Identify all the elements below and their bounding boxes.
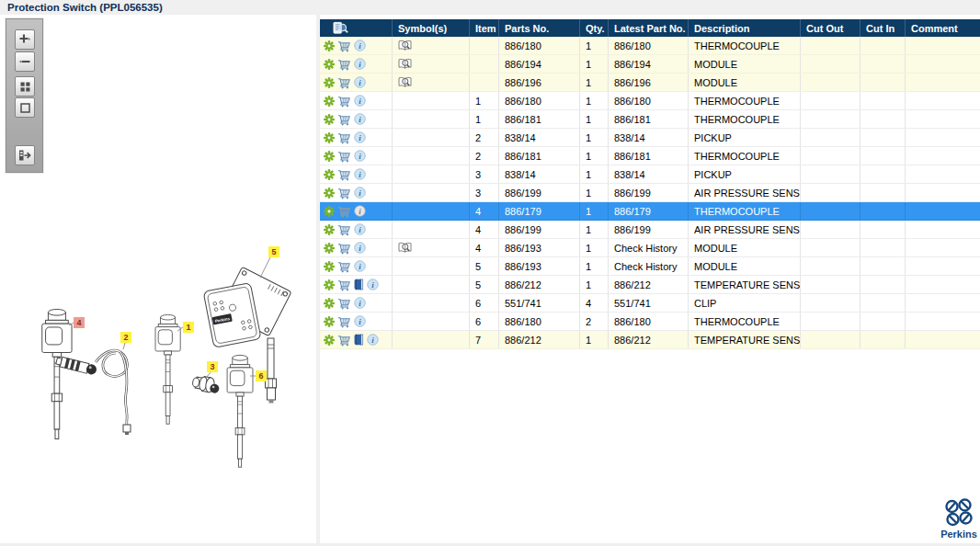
header-item[interactable]: Item xyxy=(470,19,499,37)
info-icon[interactable]: i xyxy=(354,297,366,309)
settings-gear-icon[interactable] xyxy=(324,96,335,107)
table-row[interactable]: i 5 886/193 1 Check History MODULE xyxy=(320,257,980,276)
settings-gear-icon[interactable] xyxy=(324,59,335,70)
part-thermocouple-4[interactable] xyxy=(42,309,72,438)
add-to-cart-icon[interactable] xyxy=(337,76,351,89)
diagram-item-label-6[interactable]: 6 xyxy=(256,370,267,381)
table-row[interactable]: i 6 886/180 2 886/180 THERMOCOUPLE xyxy=(320,313,980,331)
info-icon[interactable]: i xyxy=(367,334,379,346)
add-to-cart-icon[interactable] xyxy=(337,223,351,236)
diagram-item-label-2[interactable]: 2 xyxy=(120,332,131,343)
table-row[interactable]: i 2 886/181 1 886/181 THERMOCOUPLE xyxy=(320,147,980,165)
settings-gear-icon[interactable] xyxy=(324,316,335,327)
symbol-book-search-icon[interactable] xyxy=(398,76,412,88)
add-to-cart-icon[interactable] xyxy=(337,205,351,218)
zoom-in-button[interactable] xyxy=(15,29,35,50)
add-to-cart-icon[interactable] xyxy=(337,260,351,273)
info-icon[interactable]: i xyxy=(354,187,366,199)
table-row[interactable]: i 6 551/741 4 551/741 CLIP xyxy=(320,294,980,313)
info-icon[interactable]: i xyxy=(354,150,366,162)
info-icon[interactable]: i xyxy=(354,58,366,70)
info-icon[interactable]: i xyxy=(354,95,366,107)
info-icon[interactable]: i xyxy=(354,315,366,327)
info-icon[interactable]: i xyxy=(354,113,366,125)
diagram-item-label-1[interactable]: 1 xyxy=(183,322,194,333)
symbol-book-search-icon[interactable] xyxy=(398,58,412,70)
header-qty[interactable]: Qty. xyxy=(580,19,609,37)
settings-gear-icon[interactable] xyxy=(324,224,335,235)
add-to-cart-icon[interactable] xyxy=(337,297,351,310)
thumbnail-view-button[interactable] xyxy=(15,76,35,97)
diagram-item-label-4[interactable]: 4 xyxy=(74,317,85,328)
fit-view-button[interactable] xyxy=(15,97,35,118)
header-latest-part-no[interactable]: Latest Part No. xyxy=(609,19,689,37)
settings-gear-icon[interactable] xyxy=(324,40,335,51)
table-row[interactable]: i 886/196 1 886/196 MODULE xyxy=(320,74,980,92)
info-icon[interactable]: i xyxy=(354,76,366,88)
table-row[interactable]: i 7 886/212 1 886/212 TEMPERATURE SENSOR xyxy=(320,331,980,349)
settings-gear-icon[interactable] xyxy=(324,261,335,272)
table-row[interactable]: i 3 886/199 1 886/199 AIR PRESSURE SENSO… xyxy=(320,184,980,202)
exploded-parts-drawing[interactable]: Perkins 1 xyxy=(0,15,316,543)
add-to-cart-icon[interactable] xyxy=(337,131,351,144)
add-to-cart-icon[interactable] xyxy=(337,40,351,52)
settings-gear-icon[interactable] xyxy=(324,279,335,290)
settings-gear-icon[interactable] xyxy=(324,206,335,217)
info-icon[interactable]: i xyxy=(354,131,366,143)
diagram-item-label-3[interactable]: 3 xyxy=(207,361,218,372)
add-to-cart-icon[interactable] xyxy=(337,187,351,199)
header-cut-in[interactable]: Cut In xyxy=(860,19,906,37)
header-cut-out[interactable]: Cut Out xyxy=(801,19,860,37)
table-row[interactable]: i 4 886/199 1 886/199 AIR PRESSURE SENSO… xyxy=(320,221,980,239)
part-thermocouple-1[interactable] xyxy=(155,314,180,424)
panel-separator[interactable] xyxy=(316,15,320,546)
info-icon[interactable]: i xyxy=(354,205,366,217)
symbol-book-search-icon[interactable] xyxy=(398,40,412,51)
table-row[interactable]: i 886/180 1 886/180 THERMOCOUPLE xyxy=(320,37,980,55)
settings-gear-icon[interactable] xyxy=(324,132,335,143)
add-to-cart-icon[interactable] xyxy=(337,95,351,108)
settings-gear-icon[interactable] xyxy=(324,298,335,309)
catalog-book-icon[interactable] xyxy=(354,279,364,290)
header-parts-no[interactable]: Parts No. xyxy=(499,19,580,37)
settings-gear-icon[interactable] xyxy=(324,335,335,346)
add-to-cart-icon[interactable] xyxy=(337,150,351,163)
symbol-book-search-icon[interactable] xyxy=(398,242,412,254)
add-to-cart-icon[interactable] xyxy=(337,242,351,255)
table-row[interactable]: i 1 886/181 1 886/181 THERMOCOUPLE xyxy=(320,110,980,129)
part-pickup-2[interactable] xyxy=(55,350,131,435)
info-icon[interactable]: i xyxy=(354,223,366,235)
diagram-item-label-5[interactable]: 5 xyxy=(268,246,279,257)
header-description[interactable]: Description xyxy=(689,19,801,37)
table-row[interactable]: i 886/194 1 886/194 MODULE xyxy=(320,55,980,74)
header-symbols[interactable]: Symbol(s) xyxy=(393,19,470,37)
add-to-cart-icon[interactable] xyxy=(337,113,351,126)
table-row[interactable]: i 5 886/212 1 886/212 TEMPERATURE SENSOR xyxy=(320,276,980,294)
info-icon[interactable]: i xyxy=(367,279,379,290)
info-icon[interactable]: i xyxy=(354,40,366,51)
table-row[interactable]: i 3 838/14 1 838/14 PICKUP xyxy=(320,165,980,184)
info-icon[interactable]: i xyxy=(354,260,366,272)
add-to-cart-icon[interactable] xyxy=(337,58,351,71)
settings-gear-icon[interactable] xyxy=(324,169,335,180)
settings-gear-icon[interactable] xyxy=(324,77,335,88)
info-icon[interactable]: i xyxy=(354,242,366,254)
header-comment[interactable]: Comment xyxy=(906,19,980,37)
info-icon[interactable]: i xyxy=(354,168,366,180)
settings-gear-icon[interactable] xyxy=(324,243,335,254)
toggle-panel-button[interactable] xyxy=(15,145,35,165)
catalog-book-icon[interactable] xyxy=(354,334,364,346)
table-row[interactable]: i 4 886/179 1 886/179 THERMOCOUPLE xyxy=(320,202,980,221)
zoom-out-button[interactable] xyxy=(15,51,35,72)
add-to-cart-icon[interactable] xyxy=(337,315,351,328)
settings-gear-icon[interactable] xyxy=(324,114,335,125)
table-row[interactable]: i 2 838/14 1 838/14 PICKUP xyxy=(320,129,980,147)
add-to-cart-icon[interactable] xyxy=(337,168,351,181)
settings-gear-icon[interactable] xyxy=(324,151,335,162)
table-row[interactable]: i 1 886/180 1 886/180 THERMOCOUPLE xyxy=(320,92,980,110)
settings-gear-icon[interactable] xyxy=(324,188,335,199)
add-to-cart-icon[interactable] xyxy=(337,279,351,291)
table-row[interactable]: i 4 886/193 1 Check History MODULE xyxy=(320,239,980,257)
add-to-cart-icon[interactable] xyxy=(337,334,351,347)
part-thermocouple-6[interactable] xyxy=(227,355,253,467)
